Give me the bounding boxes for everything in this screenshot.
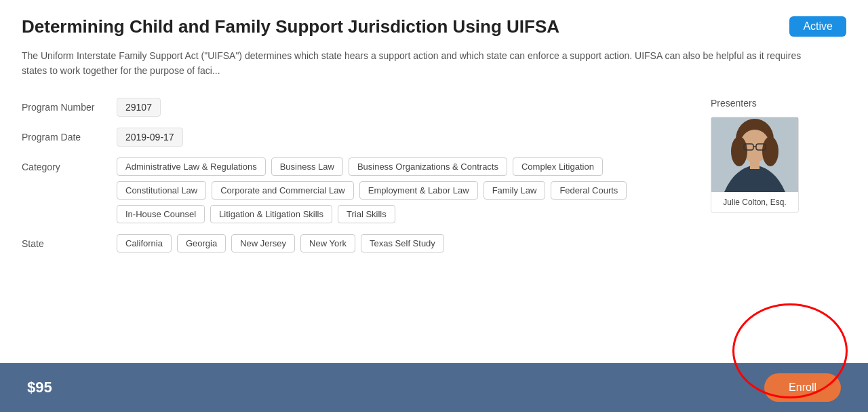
category-tag: Business Law [271,157,343,176]
state-label: State [22,234,117,249]
svg-rect-6 [750,160,760,169]
program-date-value: 2019-09-17 [117,128,183,147]
presenter-card: Julie Colton, Esq. [711,117,799,213]
program-number-row: Program Number 29107 [22,98,684,117]
svg-point-5 [762,136,778,166]
description-text: The Uniform Interstate Family Support Ac… [22,48,822,79]
state-tags: CaliforniaGeorgiaNew JerseyNew YorkTexas… [117,234,684,252]
state-tag: Texas Self Study [361,234,444,252]
enroll-button[interactable]: Enroll [764,373,841,402]
left-panel: Program Number 29107 Program Date 2019-0… [22,98,684,263]
presenter-photo [711,117,799,192]
category-tag: Federal Courts [551,181,627,200]
category-tag: Employment & Labor Law [359,181,478,200]
state-tag: New York [300,234,355,252]
category-tags: Administrative Law & RegulationsBusiness… [117,157,684,223]
status-badge: Active [789,16,846,37]
program-date-label: Program Date [22,128,117,143]
state-row: State CaliforniaGeorgiaNew JerseyNew Yor… [22,234,684,252]
program-date-row: Program Date 2019-09-17 [22,128,684,147]
price-label: $95 [27,379,52,396]
category-row: Category Administrative Law & Regulation… [22,157,684,223]
category-tag: Corporate and Commercial Law [212,181,354,200]
category-tag: Business Organizations & Contracts [349,157,507,176]
state-tag: California [117,234,172,252]
category-label: Category [22,157,117,172]
presenter-name: Julie Colton, Esq. [719,192,790,212]
state-tag: Georgia [177,234,226,252]
svg-point-4 [731,136,747,166]
category-tag: Trial Skills [338,205,395,223]
category-tag: Litigation & Litigation Skills [210,205,332,223]
page-title: Determining Child and Family Support Jur… [22,16,789,37]
bottom-bar: $95 Enroll [0,363,868,412]
program-number-value: 29107 [117,98,161,117]
category-tag: Administrative Law & Regulations [117,157,266,176]
category-tag: Family Law [484,181,546,200]
state-tag: New Jersey [231,234,295,252]
right-panel: Presenters [711,98,846,263]
category-tag: In-House Counsel [117,205,205,223]
category-tag: Complex Litigation [513,157,603,176]
presenters-label: Presenters [711,98,846,109]
category-tag: Constitutional Law [117,181,206,200]
program-number-label: Program Number [22,98,117,113]
